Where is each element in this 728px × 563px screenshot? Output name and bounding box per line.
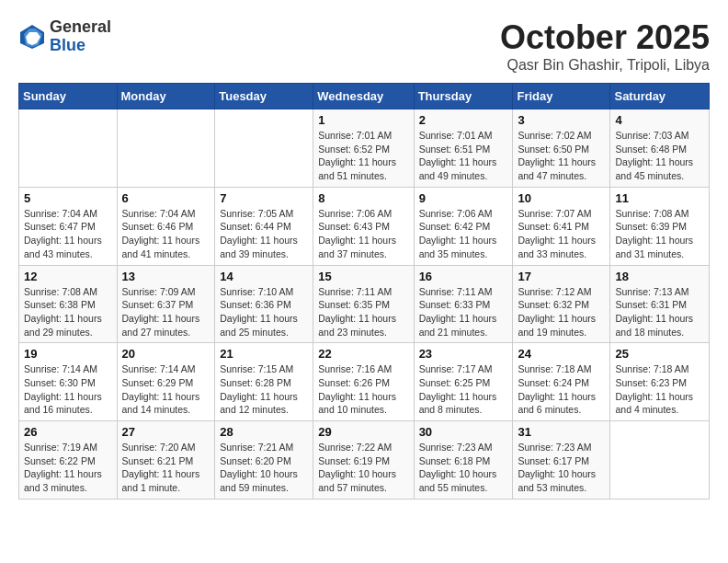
calendar-cell: 25Sunrise: 7:18 AMSunset: 6:23 PMDayligh… <box>610 343 710 421</box>
calendar-cell: 31Sunrise: 7:23 AMSunset: 6:17 PMDayligh… <box>513 421 610 500</box>
weekday-header: Wednesday <box>313 84 414 109</box>
day-number: 17 <box>518 270 605 283</box>
calendar-cell: 27Sunrise: 7:20 AMSunset: 6:21 PMDayligh… <box>117 421 215 500</box>
calendar-cell: 18Sunrise: 7:13 AMSunset: 6:31 PMDayligh… <box>610 265 710 343</box>
logo-icon <box>18 23 46 51</box>
day-info: Sunrise: 7:01 AMSunset: 6:51 PMDaylight:… <box>419 129 508 183</box>
calendar-cell: 15Sunrise: 7:11 AMSunset: 6:35 PMDayligh… <box>313 265 414 343</box>
day-number: 1 <box>318 113 408 127</box>
day-info: Sunrise: 7:06 AMSunset: 6:43 PMDaylight:… <box>318 207 408 261</box>
logo: General Blue <box>18 18 111 55</box>
calendar-title: October 2025 <box>500 18 710 57</box>
calendar-cell <box>215 109 313 188</box>
title-section: October 2025 Qasr Bin Ghashir, Tripoli, … <box>500 18 710 74</box>
calendar-cell: 3Sunrise: 7:02 AMSunset: 6:50 PMDaylight… <box>513 109 610 188</box>
day-number: 13 <box>122 270 210 283</box>
weekday-header: Monday <box>117 84 215 109</box>
day-number: 12 <box>24 270 112 283</box>
weekday-header: Saturday <box>610 84 710 109</box>
day-info: Sunrise: 7:16 AMSunset: 6:26 PMDaylight:… <box>318 362 408 417</box>
day-number: 6 <box>122 191 210 205</box>
day-number: 25 <box>615 347 704 361</box>
calendar-header-row: SundayMondayTuesdayWednesdayThursdayFrid… <box>19 84 710 109</box>
logo-text: General Blue <box>50 18 111 55</box>
day-info: Sunrise: 7:23 AMSunset: 6:18 PMDaylight:… <box>419 441 508 495</box>
calendar-week-row: 5Sunrise: 7:04 AMSunset: 6:47 PMDaylight… <box>19 187 710 265</box>
calendar-cell: 11Sunrise: 7:08 AMSunset: 6:39 PMDayligh… <box>610 187 710 265</box>
weekday-header: Friday <box>513 84 610 109</box>
day-info: Sunrise: 7:08 AMSunset: 6:38 PMDaylight:… <box>24 285 112 339</box>
calendar-cell: 13Sunrise: 7:09 AMSunset: 6:37 PMDayligh… <box>117 265 215 343</box>
day-info: Sunrise: 7:07 AMSunset: 6:41 PMDaylight:… <box>518 207 605 261</box>
day-info: Sunrise: 7:04 AMSunset: 6:46 PMDaylight:… <box>122 207 210 261</box>
day-info: Sunrise: 7:23 AMSunset: 6:17 PMDaylight:… <box>518 441 605 495</box>
day-number: 4 <box>615 113 704 127</box>
page-header: General Blue October 2025 Qasr Bin Ghash… <box>18 18 710 74</box>
day-info: Sunrise: 7:19 AMSunset: 6:22 PMDaylight:… <box>24 441 112 495</box>
day-info: Sunrise: 7:21 AMSunset: 6:20 PMDaylight:… <box>220 441 308 495</box>
day-info: Sunrise: 7:06 AMSunset: 6:42 PMDaylight:… <box>419 207 508 261</box>
calendar-cell: 5Sunrise: 7:04 AMSunset: 6:47 PMDaylight… <box>19 187 118 265</box>
day-number: 11 <box>615 191 704 205</box>
calendar-cell: 10Sunrise: 7:07 AMSunset: 6:41 PMDayligh… <box>513 187 610 265</box>
day-info: Sunrise: 7:09 AMSunset: 6:37 PMDaylight:… <box>122 285 210 339</box>
calendar-cell: 23Sunrise: 7:17 AMSunset: 6:25 PMDayligh… <box>414 343 513 421</box>
calendar-cell: 29Sunrise: 7:22 AMSunset: 6:19 PMDayligh… <box>313 421 414 500</box>
calendar-cell: 6Sunrise: 7:04 AMSunset: 6:46 PMDaylight… <box>117 187 215 265</box>
day-number: 14 <box>220 270 308 283</box>
calendar-cell: 20Sunrise: 7:14 AMSunset: 6:29 PMDayligh… <box>117 343 215 421</box>
day-info: Sunrise: 7:12 AMSunset: 6:32 PMDaylight:… <box>518 285 605 339</box>
calendar-cell <box>610 421 710 500</box>
calendar-cell: 7Sunrise: 7:05 AMSunset: 6:44 PMDaylight… <box>215 187 313 265</box>
calendar-cell: 28Sunrise: 7:21 AMSunset: 6:20 PMDayligh… <box>215 421 313 500</box>
calendar-week-row: 19Sunrise: 7:14 AMSunset: 6:30 PMDayligh… <box>19 343 710 421</box>
day-info: Sunrise: 7:04 AMSunset: 6:47 PMDaylight:… <box>24 207 112 261</box>
day-number: 29 <box>318 425 408 439</box>
calendar-cell: 4Sunrise: 7:03 AMSunset: 6:48 PMDaylight… <box>610 109 710 188</box>
calendar-week-row: 1Sunrise: 7:01 AMSunset: 6:52 PMDaylight… <box>19 109 710 188</box>
calendar-cell: 2Sunrise: 7:01 AMSunset: 6:51 PMDaylight… <box>414 109 513 188</box>
day-number: 30 <box>419 425 508 439</box>
day-number: 16 <box>419 270 508 283</box>
calendar-cell: 16Sunrise: 7:11 AMSunset: 6:33 PMDayligh… <box>414 265 513 343</box>
day-info: Sunrise: 7:11 AMSunset: 6:33 PMDaylight:… <box>419 285 508 339</box>
day-number: 27 <box>122 425 210 439</box>
calendar-cell: 24Sunrise: 7:18 AMSunset: 6:24 PMDayligh… <box>513 343 610 421</box>
day-number: 19 <box>24 347 112 361</box>
day-info: Sunrise: 7:22 AMSunset: 6:19 PMDaylight:… <box>318 441 408 495</box>
calendar-cell: 9Sunrise: 7:06 AMSunset: 6:42 PMDaylight… <box>414 187 513 265</box>
logo-blue-text: Blue <box>50 37 111 55</box>
calendar-week-row: 26Sunrise: 7:19 AMSunset: 6:22 PMDayligh… <box>19 421 710 500</box>
day-number: 26 <box>24 425 112 439</box>
weekday-header: Sunday <box>19 84 118 109</box>
day-number: 8 <box>318 191 408 205</box>
day-info: Sunrise: 7:13 AMSunset: 6:31 PMDaylight:… <box>615 285 704 339</box>
day-info: Sunrise: 7:20 AMSunset: 6:21 PMDaylight:… <box>122 441 210 495</box>
calendar-subtitle: Qasr Bin Ghashir, Tripoli, Libya <box>500 57 710 74</box>
day-number: 7 <box>220 191 308 205</box>
day-info: Sunrise: 7:14 AMSunset: 6:30 PMDaylight:… <box>24 362 112 417</box>
day-number: 28 <box>220 425 308 439</box>
day-info: Sunrise: 7:03 AMSunset: 6:48 PMDaylight:… <box>615 129 704 183</box>
day-number: 3 <box>518 113 605 127</box>
day-info: Sunrise: 7:08 AMSunset: 6:39 PMDaylight:… <box>615 207 704 261</box>
day-number: 20 <box>122 347 210 361</box>
day-info: Sunrise: 7:14 AMSunset: 6:29 PMDaylight:… <box>122 362 210 417</box>
day-info: Sunrise: 7:02 AMSunset: 6:50 PMDaylight:… <box>518 129 605 183</box>
calendar-cell: 8Sunrise: 7:06 AMSunset: 6:43 PMDaylight… <box>313 187 414 265</box>
calendar-cell: 12Sunrise: 7:08 AMSunset: 6:38 PMDayligh… <box>19 265 118 343</box>
day-number: 15 <box>318 270 408 283</box>
day-number: 22 <box>318 347 408 361</box>
day-number: 2 <box>419 113 508 127</box>
day-info: Sunrise: 7:15 AMSunset: 6:28 PMDaylight:… <box>220 362 308 417</box>
weekday-header: Thursday <box>414 84 513 109</box>
calendar-cell: 14Sunrise: 7:10 AMSunset: 6:36 PMDayligh… <box>215 265 313 343</box>
day-info: Sunrise: 7:05 AMSunset: 6:44 PMDaylight:… <box>220 207 308 261</box>
calendar-cell: 1Sunrise: 7:01 AMSunset: 6:52 PMDaylight… <box>313 109 414 188</box>
calendar-cell <box>117 109 215 188</box>
day-number: 18 <box>615 270 704 283</box>
calendar-cell: 17Sunrise: 7:12 AMSunset: 6:32 PMDayligh… <box>513 265 610 343</box>
calendar-cell: 19Sunrise: 7:14 AMSunset: 6:30 PMDayligh… <box>19 343 118 421</box>
weekday-header: Tuesday <box>215 84 313 109</box>
day-number: 5 <box>24 191 112 205</box>
